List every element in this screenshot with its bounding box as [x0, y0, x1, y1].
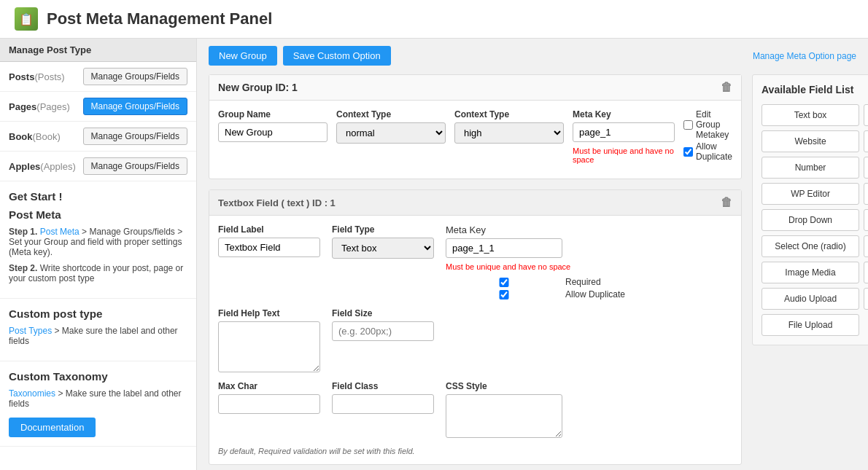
- field-meta-key-label: Meta Key: [446, 224, 625, 235]
- delete-group-icon[interactable]: 🗑: [721, 81, 732, 94]
- custom-taxonomy-section: Custom Taxonomy Taxonomies > Make sure t…: [0, 361, 196, 447]
- group-panel-header: New Group ID: 1 🗑: [209, 75, 741, 101]
- post-meta-link[interactable]: Post Meta: [40, 227, 80, 237]
- field-btn-radio[interactable]: Select One (radio): [762, 235, 859, 257]
- field-class-input[interactable]: [332, 394, 434, 414]
- documentation-button[interactable]: Documentation: [9, 418, 96, 437]
- group-meta-key-input[interactable]: [573, 122, 675, 142]
- manage-post-type-title: Manage Post Type: [0, 39, 196, 62]
- allow-duplicate-check[interactable]: Allow Duplicate: [683, 141, 732, 162]
- field-meta-key-note: Must be unique and have no space: [446, 262, 625, 271]
- field-btn-imagemedia[interactable]: Image Media: [762, 262, 859, 283]
- field-btn-audioupload[interactable]: Audio Upload: [762, 288, 859, 310]
- available-fields-title: Available Field List: [762, 84, 868, 95]
- group-meta-key-label: Meta Key: [573, 109, 675, 120]
- get-start-section: Get Start ! Post Meta Step 1. Post Meta …: [0, 181, 196, 299]
- manage-groups-pages-button[interactable]: Manage Groups/Fields: [83, 98, 187, 115]
- context-type-select-1[interactable]: normal advanced side: [336, 122, 446, 144]
- right-panel: Available Field List Text box Email Webs…: [752, 74, 868, 470]
- field-btn-email[interactable]: Email: [864, 104, 868, 126]
- max-char-input[interactable]: [218, 394, 320, 414]
- field-meta-key-block: Meta Key Must be unique and have no spac…: [446, 224, 625, 299]
- context-type-label-2: Context Type: [454, 109, 564, 120]
- manage-groups-posts-button[interactable]: Manage Groups/Fields: [83, 68, 187, 85]
- sidebar-item-pages: Pages(Pages) Manage Groups/Fields: [0, 92, 196, 122]
- context-type-field-1: Context Type normal advanced side: [336, 109, 446, 164]
- group-name-input[interactable]: [218, 122, 328, 142]
- page-icon: 📋: [15, 7, 38, 31]
- max-char-label: Max Char: [218, 381, 320, 391]
- field-allow-duplicate-check[interactable]: Allow Duplicate: [446, 289, 625, 299]
- group-panel: New Group ID: 1 🗑 Group Name Context Typ…: [209, 74, 742, 179]
- field-btn-datetime[interactable]: Date / Time: [864, 183, 868, 205]
- field-size-col: Field Size: [332, 308, 434, 372]
- main-area: New Group ID: 1 🗑 Group Name Context Typ…: [209, 74, 856, 470]
- field-btn-paragraph[interactable]: Paragraph: [864, 157, 868, 179]
- group-name-label: Group Name: [218, 109, 328, 120]
- css-style-textarea[interactable]: [446, 394, 562, 438]
- post-meta-title: Post Meta: [9, 208, 187, 221]
- available-fields-panel: Available Field List Text box Email Webs…: [752, 74, 868, 345]
- field-btn-website[interactable]: Website: [762, 130, 859, 152]
- context-type-select-2[interactable]: high default low: [454, 122, 564, 144]
- field-btn-dropdown[interactable]: Drop Down: [762, 209, 859, 231]
- manage-groups-book-button[interactable]: Manage Groups/Fields: [83, 128, 187, 145]
- main-left: New Group ID: 1 🗑 Group Name Context Typ…: [209, 74, 742, 470]
- custom-post-type-section: Custom post type Post Types > Make sure …: [0, 299, 196, 361]
- field-label-col: Field Label: [218, 224, 320, 299]
- field-panel-header: Textbox Field ( text ) ID : 1 🗑: [209, 190, 741, 216]
- field-meta-key-input[interactable]: [446, 238, 562, 258]
- manage-groups-apples-button[interactable]: Manage Groups/Fields: [83, 157, 187, 175]
- field-help-textarea[interactable]: [218, 321, 320, 372]
- field-btn-videoupload[interactable]: Video Upload: [864, 288, 868, 310]
- field-btn-number[interactable]: Number: [762, 157, 859, 179]
- manage-meta-link[interactable]: Manage Meta Option page: [753, 51, 856, 61]
- field-btn-checkbox[interactable]: Checkbox: [864, 209, 868, 231]
- field-btn-fileupload[interactable]: File Upload: [762, 314, 859, 336]
- group-meta-key-note: Must be unique and have no space: [573, 146, 675, 164]
- field-btn-imageupload[interactable]: Image Upload: [864, 262, 868, 283]
- save-custom-button-top[interactable]: Save Custom Option: [283, 46, 391, 66]
- taxonomies-link[interactable]: Taxonomies: [9, 388, 55, 399]
- field-btn-wpeditor[interactable]: WP Editor: [762, 183, 859, 205]
- group-panel-title: New Group ID: 1: [218, 82, 298, 93]
- get-start-title: Get Start !: [9, 190, 187, 203]
- field-help-label: Field Help Text: [218, 308, 320, 318]
- field-class-col: Field Class: [332, 381, 434, 438]
- custom-taxonomy-title: Custom Taxonomy: [9, 370, 187, 383]
- sidebar: Manage Post Type Posts(Posts) Manage Gro…: [0, 39, 197, 470]
- field-btn-textbox[interactable]: Text box: [762, 104, 859, 126]
- step2-text: Step 2. Write shortcode in your post, pa…: [9, 263, 187, 283]
- max-char-col: Max Char: [218, 381, 320, 438]
- field-label-input[interactable]: [218, 238, 320, 257]
- group-meta-key-checks: Edit Group Metakey Allow Duplicate: [683, 109, 732, 164]
- sidebar-item-posts: Posts(Posts) Manage Groups/Fields: [0, 62, 196, 92]
- sidebar-item-apples: Apples(Apples) Manage Groups/Fields: [0, 152, 196, 181]
- field-btn-hidden[interactable]: Hidden Field: [864, 235, 868, 257]
- field-type-select[interactable]: Text box Email Website Phone Number Para…: [332, 238, 434, 259]
- field-class-label: Field Class: [332, 381, 434, 391]
- css-style-label: CSS Style: [446, 381, 562, 391]
- required-check[interactable]: Required: [446, 277, 625, 287]
- field-size-label: Field Size: [332, 308, 434, 318]
- field-type-col: Field Type Text box Email Website Phone …: [332, 224, 434, 299]
- group-meta-key-field: Meta Key Must be unique and have no spac…: [573, 109, 675, 164]
- sidebar-item-book: Book(Book) Manage Groups/Fields: [0, 122, 196, 152]
- context-type-label-1: Context Type: [336, 109, 446, 120]
- custom-post-type-title: Custom post type: [9, 308, 187, 320]
- field-size-input[interactable]: [332, 321, 434, 341]
- field-label-label: Field Label: [218, 224, 320, 235]
- step1-text: Step 1. Post Meta > Manage Groups/fields…: [9, 227, 187, 257]
- page-header: 📋 Post Meta Management Panel: [0, 0, 868, 39]
- field-note: By default, Required validation will be …: [218, 447, 732, 455]
- main-content: New Group Save Custom Option Manage Meta…: [197, 39, 868, 470]
- edit-metakey-check[interactable]: Edit Group Metakey: [683, 109, 732, 140]
- css-style-col: CSS Style: [446, 381, 562, 438]
- page-title: Post Meta Management Panel: [47, 9, 272, 28]
- field-grid: Text box Email Website Phone Number Para…: [762, 104, 868, 336]
- new-group-button-top[interactable]: New Group: [209, 46, 277, 66]
- post-types-link[interactable]: Post Types: [9, 326, 52, 336]
- delete-field-icon[interactable]: 🗑: [721, 196, 732, 209]
- field-help-col: Field Help Text: [218, 308, 320, 372]
- field-btn-phone[interactable]: Phone: [864, 130, 868, 152]
